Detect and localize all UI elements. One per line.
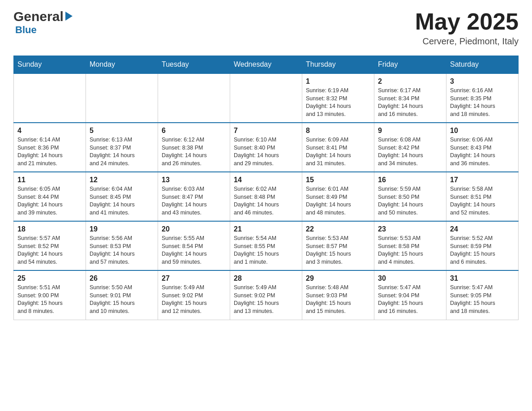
day-info: Sunrise: 5:52 AM Sunset: 8:59 PM Dayligh…: [450, 235, 515, 266]
day-info: Sunrise: 5:53 AM Sunset: 8:58 PM Dayligh…: [378, 235, 442, 266]
day-info: Sunrise: 6:14 AM Sunset: 8:36 PM Dayligh…: [17, 136, 82, 167]
day-info: Sunrise: 6:13 AM Sunset: 8:37 PM Dayligh…: [90, 136, 154, 167]
day-number: 30: [378, 274, 442, 283]
day-number: 18: [17, 225, 82, 233]
calendar-cell: 16Sunrise: 5:59 AM Sunset: 8:50 PM Dayli…: [374, 172, 446, 221]
day-number: 26: [90, 274, 154, 283]
header-sunday: Sunday: [14, 56, 86, 74]
calendar-cell: 19Sunrise: 5:56 AM Sunset: 8:53 PM Dayli…: [86, 221, 158, 270]
logo-general: General: [13, 9, 64, 24]
day-info: Sunrise: 6:04 AM Sunset: 8:45 PM Dayligh…: [90, 185, 154, 217]
day-info: Sunrise: 6:02 AM Sunset: 8:48 PM Dayligh…: [234, 185, 298, 217]
calendar-cell: 23Sunrise: 5:53 AM Sunset: 8:58 PM Dayli…: [374, 221, 446, 270]
day-info: Sunrise: 6:03 AM Sunset: 8:47 PM Dayligh…: [162, 185, 226, 217]
header-thursday: Thursday: [302, 56, 374, 74]
calendar-cell: 12Sunrise: 6:04 AM Sunset: 8:45 PM Dayli…: [86, 172, 158, 221]
logo: General Blue: [13, 9, 73, 36]
day-number: 20: [162, 225, 226, 233]
calendar-week-row: 1Sunrise: 6:19 AM Sunset: 8:32 PM Daylig…: [14, 73, 519, 123]
calendar-cell: [230, 73, 302, 123]
calendar-cell: 2Sunrise: 6:17 AM Sunset: 8:34 PM Daylig…: [374, 73, 446, 123]
calendar-cell: 11Sunrise: 6:05 AM Sunset: 8:44 PM Dayli…: [14, 172, 86, 221]
day-info: Sunrise: 5:47 AM Sunset: 9:05 PM Dayligh…: [450, 284, 515, 315]
day-info: Sunrise: 6:05 AM Sunset: 8:44 PM Dayligh…: [17, 185, 82, 217]
calendar-table: Sunday Monday Tuesday Wednesday Thursday…: [13, 56, 519, 320]
day-number: 11: [17, 176, 82, 184]
calendar-cell: 4Sunrise: 6:14 AM Sunset: 8:36 PM Daylig…: [14, 123, 86, 172]
day-info: Sunrise: 6:17 AM Sunset: 8:34 PM Dayligh…: [378, 87, 442, 118]
calendar-cell: 5Sunrise: 6:13 AM Sunset: 8:37 PM Daylig…: [86, 123, 158, 172]
day-number: 14: [234, 176, 298, 184]
calendar-cell: [14, 73, 86, 123]
header-monday: Monday: [86, 56, 158, 74]
day-info: Sunrise: 6:10 AM Sunset: 8:40 PM Dayligh…: [234, 136, 298, 167]
title-block: May 2025 Cervere, Piedmont, Italy: [415, 9, 519, 47]
day-info: Sunrise: 5:51 AM Sunset: 9:00 PM Dayligh…: [17, 284, 82, 315]
day-info: Sunrise: 5:55 AM Sunset: 8:54 PM Dayligh…: [162, 235, 226, 266]
day-number: 15: [306, 176, 370, 184]
day-info: Sunrise: 6:19 AM Sunset: 8:32 PM Dayligh…: [306, 87, 370, 118]
day-info: Sunrise: 6:12 AM Sunset: 8:38 PM Dayligh…: [162, 136, 226, 167]
calendar-cell: 30Sunrise: 5:47 AM Sunset: 9:04 PM Dayli…: [374, 270, 446, 320]
calendar-cell: 27Sunrise: 5:49 AM Sunset: 9:02 PM Dayli…: [158, 270, 230, 320]
calendar-cell: 1Sunrise: 6:19 AM Sunset: 8:32 PM Daylig…: [302, 73, 374, 123]
day-number: 21: [234, 225, 298, 233]
day-info: Sunrise: 6:16 AM Sunset: 8:35 PM Dayligh…: [450, 87, 515, 118]
day-number: 9: [378, 127, 442, 135]
calendar-cell: 31Sunrise: 5:47 AM Sunset: 9:05 PM Dayli…: [446, 270, 519, 320]
calendar-cell: [158, 73, 230, 123]
day-number: 23: [378, 225, 442, 233]
calendar-cell: 25Sunrise: 5:51 AM Sunset: 9:00 PM Dayli…: [14, 270, 86, 320]
day-info: Sunrise: 5:50 AM Sunset: 9:01 PM Dayligh…: [90, 284, 154, 315]
day-info: Sunrise: 6:08 AM Sunset: 8:42 PM Dayligh…: [378, 136, 442, 167]
day-info: Sunrise: 5:56 AM Sunset: 8:53 PM Dayligh…: [90, 235, 154, 266]
day-number: 29: [306, 274, 370, 283]
day-number: 12: [90, 176, 154, 184]
calendar-cell: 26Sunrise: 5:50 AM Sunset: 9:01 PM Dayli…: [86, 270, 158, 320]
day-number: 10: [450, 127, 515, 135]
day-info: Sunrise: 5:57 AM Sunset: 8:52 PM Dayligh…: [17, 235, 82, 266]
day-info: Sunrise: 5:48 AM Sunset: 9:03 PM Dayligh…: [306, 284, 370, 315]
day-number: 6: [162, 127, 226, 135]
day-number: 27: [162, 274, 226, 283]
day-number: 5: [90, 127, 154, 135]
day-info: Sunrise: 6:01 AM Sunset: 8:49 PM Dayligh…: [306, 185, 370, 217]
day-number: 8: [306, 127, 370, 135]
day-number: 24: [450, 225, 515, 233]
calendar-cell: 17Sunrise: 5:58 AM Sunset: 8:51 PM Dayli…: [446, 172, 519, 221]
day-number: 25: [17, 274, 82, 283]
day-number: 17: [450, 176, 515, 184]
calendar-cell: 3Sunrise: 6:16 AM Sunset: 8:35 PM Daylig…: [446, 73, 519, 123]
calendar-week-row: 18Sunrise: 5:57 AM Sunset: 8:52 PM Dayli…: [14, 221, 519, 270]
header-wednesday: Wednesday: [230, 56, 302, 74]
calendar-cell: 28Sunrise: 5:49 AM Sunset: 9:02 PM Dayli…: [230, 270, 302, 320]
calendar-week-row: 11Sunrise: 6:05 AM Sunset: 8:44 PM Dayli…: [14, 172, 519, 221]
day-number: 2: [378, 77, 442, 86]
calendar-cell: 20Sunrise: 5:55 AM Sunset: 8:54 PM Dayli…: [158, 221, 230, 270]
day-number: 19: [90, 225, 154, 233]
header-tuesday: Tuesday: [158, 56, 230, 74]
day-info: Sunrise: 6:09 AM Sunset: 8:41 PM Dayligh…: [306, 136, 370, 167]
calendar-cell: 9Sunrise: 6:08 AM Sunset: 8:42 PM Daylig…: [374, 123, 446, 172]
day-number: 13: [162, 176, 226, 184]
calendar-cell: [86, 73, 158, 123]
logo-blue: Blue: [15, 24, 37, 36]
calendar-week-row: 4Sunrise: 6:14 AM Sunset: 8:36 PM Daylig…: [14, 123, 519, 172]
calendar-cell: 14Sunrise: 6:02 AM Sunset: 8:48 PM Dayli…: [230, 172, 302, 221]
calendar-cell: 6Sunrise: 6:12 AM Sunset: 8:38 PM Daylig…: [158, 123, 230, 172]
calendar-cell: 21Sunrise: 5:54 AM Sunset: 8:55 PM Dayli…: [230, 221, 302, 270]
day-info: Sunrise: 5:59 AM Sunset: 8:50 PM Dayligh…: [378, 185, 442, 217]
day-info: Sunrise: 5:49 AM Sunset: 9:02 PM Dayligh…: [162, 284, 226, 315]
day-info: Sunrise: 6:06 AM Sunset: 8:43 PM Dayligh…: [450, 136, 515, 167]
day-info: Sunrise: 5:54 AM Sunset: 8:55 PM Dayligh…: [234, 235, 298, 266]
day-number: 3: [450, 77, 515, 86]
day-number: 7: [234, 127, 298, 135]
day-info: Sunrise: 5:49 AM Sunset: 9:02 PM Dayligh…: [234, 284, 298, 315]
day-number: 1: [306, 77, 370, 86]
day-number: 4: [17, 127, 82, 135]
day-info: Sunrise: 5:58 AM Sunset: 8:51 PM Dayligh…: [450, 185, 515, 217]
calendar-cell: 8Sunrise: 6:09 AM Sunset: 8:41 PM Daylig…: [302, 123, 374, 172]
day-info: Sunrise: 5:47 AM Sunset: 9:04 PM Dayligh…: [378, 284, 442, 315]
header-friday: Friday: [374, 56, 446, 74]
calendar-cell: 22Sunrise: 5:53 AM Sunset: 8:57 PM Dayli…: [302, 221, 374, 270]
